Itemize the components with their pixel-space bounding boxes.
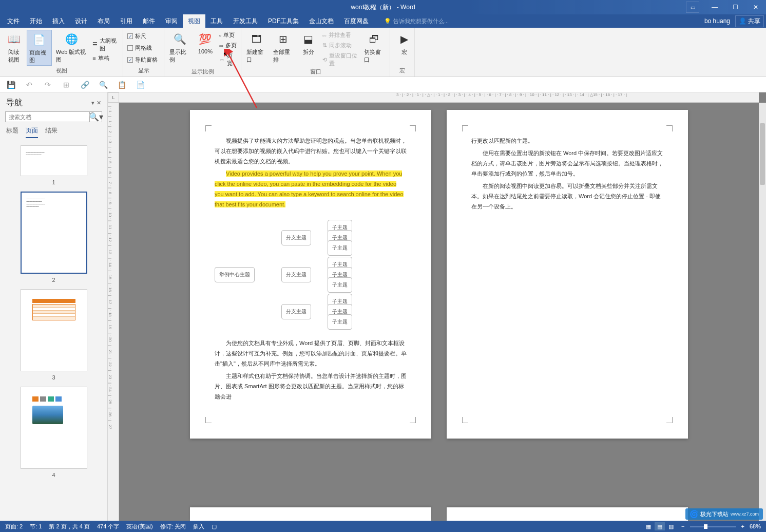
nav-tab-results[interactable]: 结果 bbox=[45, 126, 58, 138]
new-window-button[interactable]: 🗔 新建窗口 bbox=[244, 30, 269, 68]
nav-close-icon[interactable]: ✕ bbox=[97, 100, 101, 106]
preview-button[interactable]: 🔍 bbox=[99, 80, 108, 89]
redo-button[interactable]: ↷ bbox=[43, 80, 52, 89]
status-macro-record[interactable]: ▢ bbox=[212, 523, 217, 530]
menu-review[interactable]: 审阅 bbox=[160, 14, 183, 28]
link-button[interactable]: 🔗 bbox=[80, 80, 89, 89]
view-mode-read[interactable]: ▦ bbox=[643, 522, 654, 530]
status-insert-mode[interactable]: 插入 bbox=[193, 523, 204, 530]
page-thumb-2[interactable]: ▬▬▬▬▬▬▬▬▬▬▬▬▬▬▬▬▬▬▬▬▬▬▬▬▬▬▬▬▬▬▬▬▬▬▬▬▬▬▬▬… bbox=[21, 192, 87, 274]
menu-design[interactable]: 设计 bbox=[70, 14, 92, 28]
window-group-label: 窗口 bbox=[244, 68, 387, 75]
nav-title: 导航 bbox=[6, 98, 23, 108]
menu-layout[interactable]: 布局 bbox=[92, 14, 115, 28]
page-thumb-1[interactable]: ▬▬▬▬▬▬▬▬▬▬▬▬▬▬▬▬▬▬▬▬▬▬ bbox=[21, 145, 87, 176]
draft-view-button[interactable]: ≡草稿 bbox=[91, 54, 120, 63]
side-by-side-button[interactable]: ▫▫并排查看 bbox=[321, 31, 360, 40]
sidebyside-icon: ▫▫ bbox=[322, 32, 327, 39]
save-button[interactable]: 💾 bbox=[6, 80, 15, 89]
arrange-icon: ⊞ bbox=[275, 31, 292, 47]
ruler-corner[interactable]: L bbox=[108, 92, 119, 103]
menu-pdf[interactable]: PDF工具集 bbox=[263, 14, 304, 28]
navpane-checkbox[interactable]: ✓导航窗格 bbox=[126, 55, 161, 64]
macros-button[interactable]: ▶ 宏 bbox=[393, 30, 415, 57]
nav-tab-headings[interactable]: 标题 bbox=[6, 126, 18, 138]
ribbon-display-options[interactable]: ▭ bbox=[686, 2, 699, 13]
document-page-3[interactable]: 行更改以匹配新的主题。 使用在需要位置出现的新按钮在 Word 中保存时间。若要… bbox=[447, 110, 688, 439]
onepage-icon: ▫ bbox=[219, 32, 221, 39]
table-button[interactable]: ⊞ bbox=[62, 80, 71, 89]
scrollbar-thumb[interactable] bbox=[760, 123, 765, 185]
status-page-count[interactable]: 第 2 页，共 4 页 bbox=[49, 523, 89, 530]
read-mode-button[interactable]: 📖 阅读 视图 bbox=[3, 30, 25, 66]
mm-center-node: 举例中心主题 bbox=[215, 267, 255, 282]
watermark-badge: 🌀 极光下载站 www.xz7.com bbox=[685, 508, 763, 520]
zoom-out-button[interactable]: − bbox=[681, 523, 684, 529]
split-button[interactable]: ⬓ 拆分 bbox=[298, 30, 319, 68]
tell-me-search[interactable]: 💡 告诉我您想要做什么... bbox=[384, 17, 449, 25]
document-page-5-peek[interactable] bbox=[447, 507, 688, 521]
status-track-changes[interactable]: 修订: 关闭 bbox=[160, 523, 186, 530]
zoom-level[interactable]: 68% bbox=[750, 523, 761, 529]
vertical-ruler[interactable]: | · 1 · | · 1 · | · 2 · | · 3 · | · 4 · … bbox=[108, 103, 119, 521]
username-label[interactable]: bo huang bbox=[704, 17, 730, 25]
zoom-in-button[interactable]: + bbox=[741, 523, 744, 529]
menu-mailings[interactable]: 邮件 bbox=[138, 14, 160, 28]
arrange-all-button[interactable]: ⊞ 全部重排 bbox=[271, 30, 296, 68]
search-input[interactable] bbox=[5, 111, 90, 122]
views-group-label: 视图 bbox=[3, 67, 120, 74]
reset-window-button[interactable]: ⟲重设窗口位置 bbox=[321, 51, 360, 68]
menu-home[interactable]: 开始 bbox=[25, 14, 47, 28]
page-icon: 📄 bbox=[31, 31, 47, 48]
status-page[interactable]: 页面: 2 bbox=[5, 523, 23, 530]
page-thumb-4[interactable] bbox=[21, 387, 87, 469]
menu-dev[interactable]: 开发工具 bbox=[228, 14, 263, 28]
cursor-icon: ↖ bbox=[223, 50, 229, 59]
menu-file[interactable]: 文件 bbox=[2, 14, 25, 28]
page-thumb-3[interactable] bbox=[21, 289, 87, 371]
outline-view-button[interactable]: ☰大纲视图 bbox=[91, 36, 120, 53]
status-section[interactable]: 节: 1 bbox=[30, 523, 42, 530]
nav-search: 🔍▾ bbox=[5, 111, 102, 122]
document-page-4-peek[interactable] bbox=[190, 507, 431, 521]
close-button[interactable]: ✕ bbox=[745, 0, 766, 14]
minimize-button[interactable]: — bbox=[704, 0, 725, 14]
menu-view[interactable]: 视图 bbox=[183, 14, 205, 28]
vertical-scrollbar[interactable] bbox=[759, 103, 766, 521]
status-language[interactable]: 英语(美国) bbox=[126, 523, 152, 530]
share-button[interactable]: 👤 共享 bbox=[735, 15, 764, 27]
status-word-count[interactable]: 474 个字 bbox=[97, 523, 119, 530]
ruler-checkbox[interactable]: ✓标尺 bbox=[126, 32, 161, 41]
view-mode-print[interactable]: ▤ bbox=[655, 522, 665, 530]
document-page-2[interactable]: 视频提供了功能强大的方法帮助您证明您的观点。当您单击联机视频时，可以在想要添加的… bbox=[190, 110, 431, 439]
doc-paragraph: 使用在需要位置出现的新按钮在 Word 中保存时间。若要更改图片适应文档的方式，… bbox=[471, 148, 663, 179]
copy-button[interactable]: 📋 bbox=[117, 80, 126, 89]
print-layout-button[interactable]: 📄 页面视图 bbox=[27, 30, 52, 66]
switch-windows-button[interactable]: 🗗 切换窗口 bbox=[362, 30, 387, 68]
menu-bar: 文件 开始 插入 设计 布局 引用 邮件 审阅 视图 工具 开发工具 PDF工具… bbox=[0, 14, 766, 28]
undo-button[interactable]: ↶ bbox=[25, 80, 34, 89]
menu-tools[interactable]: 工具 bbox=[205, 14, 228, 28]
new-button[interactable]: 📄 bbox=[136, 80, 145, 89]
sync-scroll-button[interactable]: ⇅同步滚动 bbox=[321, 41, 360, 50]
menu-jinshan[interactable]: 金山文档 bbox=[304, 14, 339, 28]
doc-paragraph-highlighted: Video provides a powerful way to help yo… bbox=[215, 168, 407, 210]
resetwin-icon: ⟲ bbox=[322, 56, 327, 63]
view-mode-web[interactable]: ▥ bbox=[666, 522, 676, 530]
maximize-button[interactable]: ☐ bbox=[725, 0, 745, 14]
menu-insert[interactable]: 插入 bbox=[47, 14, 70, 28]
zoom-button[interactable]: 🔍 显示比例 bbox=[167, 30, 193, 68]
multi-page-button[interactable]: ▫▫多页 bbox=[218, 41, 238, 50]
zoom-slider[interactable] bbox=[690, 526, 736, 527]
web-layout-button[interactable]: 🌐 Web 版式视图 bbox=[54, 30, 89, 66]
search-icon: 🔍 bbox=[89, 112, 99, 122]
zoom-100-button[interactable]: 💯 100% bbox=[195, 30, 216, 68]
gridlines-checkbox[interactable]: 网格线 bbox=[126, 44, 161, 52]
one-page-button[interactable]: ▫单页 bbox=[218, 31, 238, 40]
search-button[interactable]: 🔍▾ bbox=[90, 111, 102, 122]
nav-tab-pages[interactable]: 页面 bbox=[26, 126, 38, 138]
horizontal-ruler[interactable]: 3 · | · 2 · | · 1 · | · △ · | · 1 · | · … bbox=[119, 92, 759, 103]
nav-dropdown-icon[interactable]: ▾ bbox=[91, 100, 94, 106]
menu-baidu[interactable]: 百度网盘 bbox=[339, 14, 374, 28]
menu-references[interactable]: 引用 bbox=[115, 14, 138, 28]
